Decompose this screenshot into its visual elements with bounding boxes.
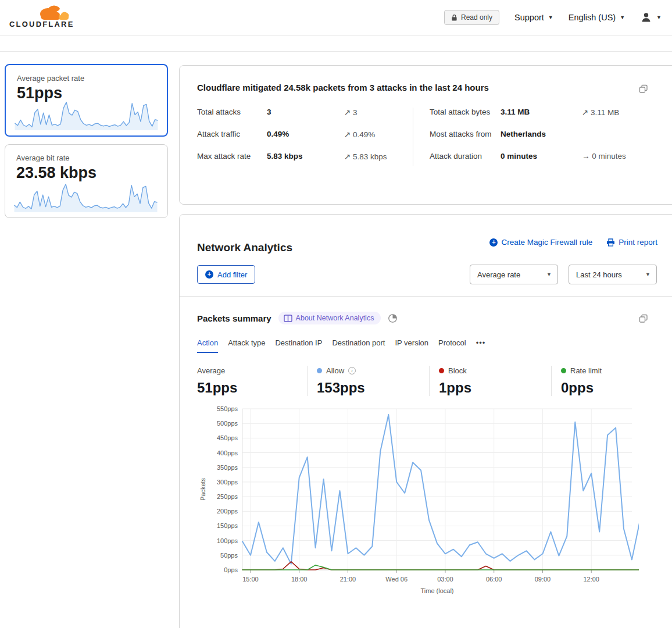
stat-label: Total attacks bbox=[197, 108, 267, 122]
chevron-down-icon: ▼ bbox=[656, 15, 662, 20]
stat-value: 0 minutes bbox=[501, 152, 582, 166]
stat-label: Attack duration bbox=[430, 152, 501, 166]
sparkline bbox=[12, 181, 159, 213]
metric-card-packet-rate[interactable]: Average packet rate 51pps bbox=[5, 64, 168, 137]
stat-value: 51pps bbox=[197, 380, 301, 396]
page-divider bbox=[0, 51, 672, 52]
stat-value: 0pps bbox=[561, 380, 655, 396]
stat-label: Allow bbox=[326, 366, 344, 375]
svg-text:21:00: 21:00 bbox=[340, 576, 356, 583]
rate-limit-legend-dot bbox=[561, 368, 566, 373]
stat-change: ↗ 0.49% bbox=[344, 130, 401, 144]
language-menu[interactable]: English (US) ▼ bbox=[569, 13, 625, 22]
copy-icon[interactable] bbox=[639, 84, 648, 96]
tab-action[interactable]: Action bbox=[197, 338, 218, 353]
svg-text:0pps: 0pps bbox=[224, 566, 238, 573]
support-label: Support bbox=[514, 13, 544, 22]
packets-summary-section: Packets summary About Network Analytics bbox=[180, 296, 672, 604]
usage-pie-icon[interactable] bbox=[388, 313, 398, 323]
attack-summary-card: Cloudflare mitigated 24.58k packets from… bbox=[179, 65, 672, 205]
metric-card-bit-rate[interactable]: Average bit rate 23.58 kbps bbox=[5, 144, 168, 218]
metric-label: Average packet rate bbox=[17, 74, 167, 83]
stat-value: 153pps bbox=[317, 380, 423, 396]
tab-destination-port[interactable]: Destination port bbox=[332, 338, 385, 353]
tab-ip-version[interactable]: IP version bbox=[395, 338, 428, 353]
time-range-select[interactable]: Last 24 hours ▼ bbox=[569, 265, 657, 284]
read-only-badge: Read only bbox=[444, 10, 499, 25]
metric-value: 23.58 kbps bbox=[16, 164, 167, 182]
svg-text:Wed 06: Wed 06 bbox=[385, 576, 408, 583]
stat-value: Netherlands bbox=[501, 130, 582, 144]
stat-average: Average 51pps bbox=[197, 366, 307, 396]
stat-value: 5.83 kbps bbox=[267, 152, 344, 166]
svg-text:400pps: 400pps bbox=[217, 449, 238, 456]
svg-text:09:00: 09:00 bbox=[535, 576, 551, 583]
block-legend-dot bbox=[439, 368, 444, 373]
stat-label: Block bbox=[448, 366, 467, 375]
create-magic-firewall-rule-link[interactable]: + Create Magic Firewall rule bbox=[489, 238, 592, 247]
packets-chart[interactable]: 0pps50pps100pps150pps200pps250pps300pps3… bbox=[197, 404, 639, 602]
summary-stats-left: Total attacks 3 ↗ 3 Attack traffic 0.49%… bbox=[197, 108, 413, 166]
svg-text:15:00: 15:00 bbox=[242, 576, 259, 583]
cloudflare-cloud-icon bbox=[35, 3, 71, 20]
svg-text:250pps: 250pps bbox=[217, 493, 238, 500]
chevron-down-icon: ▼ bbox=[548, 15, 553, 20]
chevron-down-icon: ▼ bbox=[546, 272, 552, 277]
book-icon bbox=[284, 315, 292, 322]
stat-change: ↗ 3.11 MB bbox=[582, 108, 661, 122]
svg-text:03:00: 03:00 bbox=[437, 576, 453, 583]
logo-wordmark: CLOUDFLARE bbox=[9, 20, 74, 28]
allow-legend-dot bbox=[317, 368, 322, 373]
metric-select[interactable]: Average rate ▼ bbox=[470, 265, 558, 284]
print-report-link[interactable]: Print report bbox=[606, 238, 657, 247]
svg-text:50pps: 50pps bbox=[220, 552, 238, 559]
stat-label: Most attacks from bbox=[430, 130, 501, 144]
stat-change: → 0 minutes bbox=[582, 152, 661, 166]
stat-block: Block 1pps bbox=[429, 366, 551, 396]
svg-text:300pps: 300pps bbox=[217, 479, 238, 486]
account-menu[interactable]: ▼ bbox=[640, 12, 662, 23]
series-stats-row: Average 51pps Allow i 153pps Block 1pps bbox=[197, 366, 661, 396]
more-tabs-button[interactable]: ••• bbox=[476, 338, 486, 353]
svg-text:Time (local): Time (local) bbox=[420, 587, 453, 594]
stat-change bbox=[582, 130, 661, 144]
stat-value: 3.11 MB bbox=[501, 108, 582, 122]
copy-icon[interactable] bbox=[639, 314, 648, 326]
trend-up-icon: ↗ bbox=[582, 108, 588, 117]
cloudflare-logo[interactable]: CLOUDFLARE bbox=[9, 3, 72, 32]
info-icon[interactable]: i bbox=[348, 367, 356, 374]
add-filter-button[interactable]: + Add filter bbox=[197, 265, 255, 284]
about-network-analytics-pill[interactable]: About Network Analytics bbox=[278, 312, 381, 324]
svg-text:06:00: 06:00 bbox=[486, 576, 502, 583]
metric-label: Average bit rate bbox=[16, 154, 167, 162]
tab-protocol[interactable]: Protocol bbox=[438, 338, 466, 353]
svg-text:500pps: 500pps bbox=[217, 420, 238, 427]
dimension-tabs: Action Attack type Destination IP Destin… bbox=[197, 338, 661, 353]
stat-value: 1pps bbox=[439, 380, 545, 396]
stat-label: Rate limit bbox=[570, 366, 602, 375]
stat-label: Attack traffic bbox=[197, 130, 267, 144]
stat-value: 0.49% bbox=[267, 130, 344, 144]
svg-text:12:00: 12:00 bbox=[583, 576, 599, 583]
tab-attack-type[interactable]: Attack type bbox=[228, 338, 265, 353]
stat-rate-limit: Rate limit 0pps bbox=[551, 366, 661, 396]
network-analytics-card: Network Analytics + Create Magic Firewal… bbox=[179, 214, 672, 628]
svg-text:200pps: 200pps bbox=[217, 508, 238, 515]
packets-summary-title: Packets summary bbox=[197, 313, 271, 323]
sparkline bbox=[13, 99, 160, 131]
trend-flat-icon: → bbox=[582, 152, 590, 160]
read-only-label: Read only bbox=[461, 13, 492, 22]
stat-label: Max attack rate bbox=[197, 152, 267, 166]
tab-destination-ip[interactable]: Destination IP bbox=[275, 338, 322, 353]
user-icon bbox=[640, 12, 652, 23]
stat-value: 3 bbox=[267, 108, 344, 122]
stat-allow: Allow i 153pps bbox=[307, 366, 429, 396]
summary-title: Cloudflare mitigated 24.58k packets from… bbox=[197, 83, 661, 92]
svg-text:150pps: 150pps bbox=[217, 522, 238, 529]
svg-text:Packets: Packets bbox=[199, 477, 206, 501]
stat-label: Total attack bytes bbox=[430, 108, 501, 122]
chevron-down-icon: ▼ bbox=[645, 272, 650, 277]
support-menu[interactable]: Support ▼ bbox=[514, 13, 553, 22]
svg-text:350pps: 350pps bbox=[217, 464, 238, 471]
trend-up-icon: ↗ bbox=[344, 130, 351, 139]
